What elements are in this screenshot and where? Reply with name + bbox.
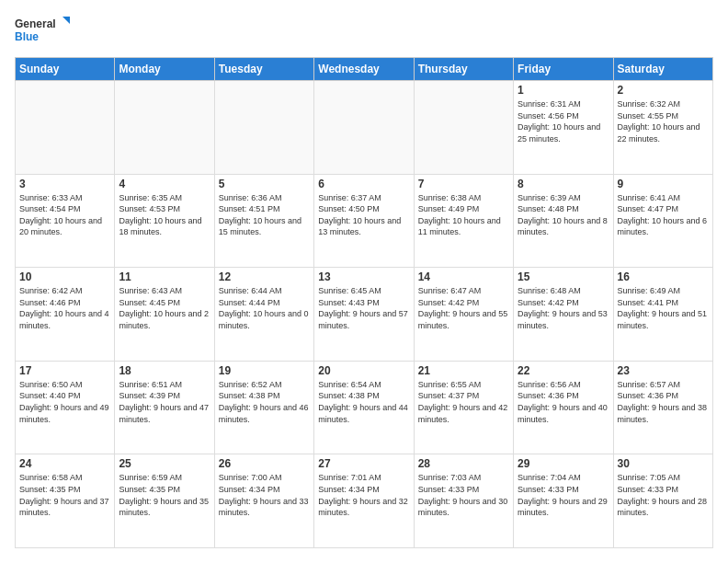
day-number: 2 bbox=[618, 84, 709, 97]
calendar-cell: 8Sunrise: 6:39 AMSunset: 4:48 PMDaylight… bbox=[514, 174, 613, 268]
day-info: Sunrise: 6:55 AMSunset: 4:37 PMDaylight:… bbox=[418, 380, 508, 424]
day-number: 20 bbox=[318, 364, 409, 377]
day-number: 24 bbox=[19, 457, 110, 470]
day-number: 7 bbox=[418, 178, 509, 190]
day-info: Sunrise: 6:31 AMSunset: 4:56 PMDaylight:… bbox=[518, 99, 600, 144]
calendar-cell: 29Sunrise: 7:04 AMSunset: 4:33 PMDayligh… bbox=[514, 454, 613, 548]
day-info: Sunrise: 6:49 AMSunset: 4:41 PMDaylight:… bbox=[618, 286, 708, 330]
calendar-cell: 5Sunrise: 6:36 AMSunset: 4:51 PMDaylight… bbox=[214, 174, 313, 268]
calendar-cell: 18Sunrise: 6:51 AMSunset: 4:39 PMDayligh… bbox=[115, 361, 214, 454]
day-number: 25 bbox=[119, 457, 210, 470]
calendar-cell: 23Sunrise: 6:57 AMSunset: 4:36 PMDayligh… bbox=[613, 361, 712, 454]
day-info: Sunrise: 7:05 AMSunset: 4:33 PMDaylight:… bbox=[618, 473, 708, 517]
day-info: Sunrise: 6:51 AMSunset: 4:39 PMDaylight:… bbox=[119, 380, 209, 424]
calendar-cell bbox=[115, 81, 214, 175]
day-number: 6 bbox=[318, 178, 409, 190]
day-number: 4 bbox=[119, 178, 210, 190]
day-number: 16 bbox=[618, 270, 709, 283]
page: General Blue SundayMondayTuesdayWednesda… bbox=[0, 0, 728, 563]
day-number: 19 bbox=[219, 364, 310, 377]
calendar-cell: 1Sunrise: 6:31 AMSunset: 4:56 PMDaylight… bbox=[514, 81, 613, 175]
svg-marker-2 bbox=[63, 17, 70, 24]
calendar-cell: 24Sunrise: 6:58 AMSunset: 4:35 PMDayligh… bbox=[16, 454, 115, 548]
day-header: Saturday bbox=[613, 58, 712, 81]
day-number: 22 bbox=[518, 364, 609, 377]
calendar-cell: 12Sunrise: 6:44 AMSunset: 4:44 PMDayligh… bbox=[214, 268, 313, 362]
calendar-cell: 27Sunrise: 7:01 AMSunset: 4:34 PMDayligh… bbox=[314, 454, 414, 548]
day-number: 12 bbox=[219, 270, 310, 283]
day-info: Sunrise: 6:45 AMSunset: 4:43 PMDaylight:… bbox=[318, 286, 408, 330]
calendar-cell: 13Sunrise: 6:45 AMSunset: 4:43 PMDayligh… bbox=[314, 268, 414, 362]
day-info: Sunrise: 6:57 AMSunset: 4:36 PMDaylight:… bbox=[618, 380, 708, 424]
day-number: 10 bbox=[19, 270, 110, 283]
calendar-cell bbox=[16, 81, 115, 175]
calendar-cell: 4Sunrise: 6:35 AMSunset: 4:53 PMDaylight… bbox=[115, 174, 214, 268]
day-info: Sunrise: 6:56 AMSunset: 4:36 PMDaylight:… bbox=[518, 380, 608, 424]
day-info: Sunrise: 6:54 AMSunset: 4:38 PMDaylight:… bbox=[318, 380, 408, 424]
day-info: Sunrise: 7:03 AMSunset: 4:33 PMDaylight:… bbox=[418, 473, 508, 517]
svg-text:General: General bbox=[15, 17, 56, 30]
calendar-cell: 26Sunrise: 7:00 AMSunset: 4:34 PMDayligh… bbox=[214, 454, 313, 548]
day-number: 23 bbox=[618, 364, 709, 377]
day-info: Sunrise: 6:48 AMSunset: 4:42 PMDaylight:… bbox=[518, 286, 608, 330]
day-info: Sunrise: 7:01 AMSunset: 4:34 PMDaylight:… bbox=[318, 473, 408, 517]
calendar-cell bbox=[414, 81, 513, 175]
day-info: Sunrise: 6:37 AMSunset: 4:50 PMDaylight:… bbox=[318, 193, 401, 237]
day-header: Sunday bbox=[16, 58, 115, 81]
day-number: 11 bbox=[119, 270, 210, 283]
calendar-cell: 15Sunrise: 6:48 AMSunset: 4:42 PMDayligh… bbox=[514, 268, 613, 362]
day-info: Sunrise: 6:41 AMSunset: 4:47 PMDaylight:… bbox=[618, 193, 708, 237]
calendar-cell: 9Sunrise: 6:41 AMSunset: 4:47 PMDaylight… bbox=[613, 174, 712, 268]
day-info: Sunrise: 6:35 AMSunset: 4:53 PMDaylight:… bbox=[119, 193, 201, 237]
svg-text:Blue: Blue bbox=[15, 30, 39, 43]
calendar-cell: 19Sunrise: 6:52 AMSunset: 4:38 PMDayligh… bbox=[214, 361, 313, 454]
calendar-cell bbox=[214, 81, 313, 175]
day-info: Sunrise: 6:36 AMSunset: 4:51 PMDaylight:… bbox=[219, 193, 301, 237]
day-header: Monday bbox=[115, 58, 214, 81]
calendar-cell: 16Sunrise: 6:49 AMSunset: 4:41 PMDayligh… bbox=[613, 268, 712, 362]
day-number: 30 bbox=[618, 457, 709, 470]
day-number: 17 bbox=[19, 364, 110, 377]
day-header: Wednesday bbox=[314, 58, 414, 81]
day-number: 15 bbox=[518, 270, 609, 283]
day-header: Tuesday bbox=[214, 58, 313, 81]
calendar-cell: 20Sunrise: 6:54 AMSunset: 4:38 PMDayligh… bbox=[314, 361, 414, 454]
day-info: Sunrise: 6:50 AMSunset: 4:40 PMDaylight:… bbox=[19, 380, 109, 424]
day-number: 18 bbox=[119, 364, 210, 377]
day-header: Thursday bbox=[414, 58, 513, 81]
calendar-cell bbox=[314, 81, 414, 175]
day-number: 26 bbox=[219, 457, 310, 470]
day-info: Sunrise: 6:39 AMSunset: 4:48 PMDaylight:… bbox=[518, 193, 608, 237]
header: General Blue bbox=[15, 15, 713, 48]
day-number: 13 bbox=[318, 270, 409, 283]
day-info: Sunrise: 6:43 AMSunset: 4:45 PMDaylight:… bbox=[119, 286, 209, 330]
calendar-cell: 30Sunrise: 7:05 AMSunset: 4:33 PMDayligh… bbox=[613, 454, 712, 548]
day-number: 3 bbox=[19, 178, 110, 190]
calendar-cell: 21Sunrise: 6:55 AMSunset: 4:37 PMDayligh… bbox=[414, 361, 513, 454]
calendar-cell: 7Sunrise: 6:38 AMSunset: 4:49 PMDaylight… bbox=[414, 174, 513, 268]
day-number: 5 bbox=[219, 178, 310, 190]
calendar-cell: 17Sunrise: 6:50 AMSunset: 4:40 PMDayligh… bbox=[16, 361, 115, 454]
day-number: 28 bbox=[418, 457, 509, 470]
day-header: Friday bbox=[514, 58, 613, 81]
calendar-cell: 2Sunrise: 6:32 AMSunset: 4:55 PMDaylight… bbox=[613, 81, 712, 175]
day-number: 27 bbox=[318, 457, 409, 470]
calendar-cell: 22Sunrise: 6:56 AMSunset: 4:36 PMDayligh… bbox=[514, 361, 613, 454]
day-info: Sunrise: 6:42 AMSunset: 4:46 PMDaylight:… bbox=[19, 286, 109, 330]
calendar-cell: 3Sunrise: 6:33 AMSunset: 4:54 PMDaylight… bbox=[16, 174, 115, 268]
calendar-cell: 25Sunrise: 6:59 AMSunset: 4:35 PMDayligh… bbox=[115, 454, 214, 548]
day-number: 14 bbox=[418, 270, 509, 283]
logo-svg: General Blue bbox=[15, 15, 70, 48]
calendar: SundayMondayTuesdayWednesdayThursdayFrid… bbox=[15, 57, 713, 548]
day-info: Sunrise: 6:32 AMSunset: 4:55 PMDaylight:… bbox=[618, 99, 700, 144]
calendar-cell: 6Sunrise: 6:37 AMSunset: 4:50 PMDaylight… bbox=[314, 174, 414, 268]
day-number: 29 bbox=[518, 457, 609, 470]
day-info: Sunrise: 6:47 AMSunset: 4:42 PMDaylight:… bbox=[418, 286, 508, 330]
day-info: Sunrise: 7:00 AMSunset: 4:34 PMDaylight:… bbox=[219, 473, 309, 517]
calendar-cell: 14Sunrise: 6:47 AMSunset: 4:42 PMDayligh… bbox=[414, 268, 513, 362]
calendar-cell: 10Sunrise: 6:42 AMSunset: 4:46 PMDayligh… bbox=[16, 268, 115, 362]
calendar-cell: 11Sunrise: 6:43 AMSunset: 4:45 PMDayligh… bbox=[115, 268, 214, 362]
day-number: 1 bbox=[518, 84, 609, 97]
day-info: Sunrise: 6:59 AMSunset: 4:35 PMDaylight:… bbox=[119, 473, 209, 517]
day-info: Sunrise: 6:33 AMSunset: 4:54 PMDaylight:… bbox=[19, 193, 102, 237]
